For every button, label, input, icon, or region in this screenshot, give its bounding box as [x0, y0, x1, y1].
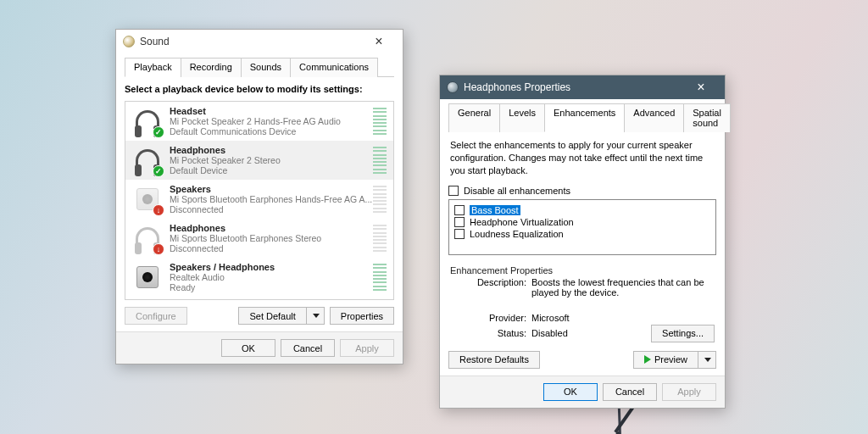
enhancements-list[interactable]: Bass Boost Headphone Virtualization Loud…: [448, 199, 716, 255]
device-sub: Mi Pocket Speaker 2 Stereo: [170, 155, 373, 165]
tab-sounds[interactable]: Sounds: [241, 58, 291, 77]
device-row[interactable]: ✓ Headphones Mi Pocket Speaker 2 Stereo …: [125, 141, 393, 180]
device-row[interactable]: ↓ Headphones Mi Sports Bluetooth Earphon…: [125, 219, 393, 258]
checkbox-icon: [454, 205, 465, 215]
device-sub: Realtek Audio: [170, 272, 373, 282]
tab-spatial-sound[interactable]: Spatial sound: [683, 103, 731, 132]
properties-titlebar[interactable]: Headphones Properties ×: [440, 75, 725, 99]
checkbox-icon: [454, 229, 465, 239]
device-sub: Mi Sports Bluetooth Earphones Stereo: [170, 233, 373, 243]
properties-body: General Levels Enhancements Advanced Spa…: [440, 99, 725, 376]
group-label: Enhancement Properties: [450, 265, 715, 275]
sound-titlebar[interactable]: Sound ×: [116, 30, 403, 53]
properties-footer: OK Cancel Apply: [440, 376, 725, 408]
headset-icon: ✓: [132, 106, 163, 136]
speaker-icon: [132, 262, 163, 292]
description-label: Description:: [469, 277, 531, 298]
enhancement-properties-group: Enhancement Properties Description: Boos…: [448, 265, 716, 342]
enhancement-item[interactable]: Bass Boost: [454, 205, 710, 215]
sound-footer: OK Cancel Apply: [116, 331, 403, 364]
level-meter-icon: [373, 145, 387, 175]
tab-enhancements[interactable]: Enhancements: [544, 103, 625, 132]
level-meter-icon: [373, 223, 387, 253]
checkbox-icon: [454, 217, 465, 227]
device-name: Headphones: [170, 223, 373, 233]
preview-dropdown[interactable]: [698, 351, 716, 369]
tab-levels[interactable]: Levels: [499, 103, 545, 132]
device-status: Default Communications Device: [170, 126, 373, 136]
chevron-down-icon: [313, 314, 320, 318]
preview-button[interactable]: Preview: [633, 351, 698, 369]
status-value: Disabled: [531, 328, 568, 338]
properties-window: Headphones Properties × General Levels E…: [439, 75, 726, 409]
properties-title: Headphones Properties: [464, 81, 684, 93]
enhancements-instruction: Select the enhancements to apply for you…: [450, 139, 715, 177]
enhancement-item[interactable]: Headphone Virtualization: [454, 217, 710, 227]
tab-general[interactable]: General: [448, 103, 500, 132]
device-row[interactable]: Speakers / Headphones Realtek Audio Read…: [125, 258, 393, 297]
device-name: Headset: [170, 106, 373, 116]
enhancement-label: Loudness Equalization: [470, 229, 564, 239]
close-icon[interactable]: ×: [684, 80, 718, 95]
tab-communications[interactable]: Communications: [290, 58, 378, 77]
device-name: Speakers: [170, 184, 373, 194]
level-meter-icon: [373, 262, 387, 292]
set-default-button[interactable]: Set Default: [238, 307, 305, 325]
headphones-icon: ↓: [132, 223, 163, 253]
device-name: Speakers / Headphones: [170, 262, 373, 272]
set-default-dropdown[interactable]: [306, 307, 325, 325]
sound-window: Sound × Playback Recording Sounds Commun…: [115, 29, 403, 364]
level-meter-icon: [373, 106, 387, 136]
settings-button[interactable]: Settings...: [651, 325, 715, 342]
set-default-split-button[interactable]: Set Default: [238, 307, 324, 325]
disable-all-checkbox[interactable]: Disable all enhancements: [448, 186, 716, 196]
status-label: Status:: [469, 328, 531, 338]
cancel-button[interactable]: Cancel: [281, 339, 335, 357]
apply-button[interactable]: Apply: [340, 339, 394, 357]
play-icon: [644, 355, 651, 364]
apply-button[interactable]: Apply: [662, 383, 716, 401]
properties-button[interactable]: Properties: [330, 307, 394, 325]
preview-label: Preview: [654, 354, 687, 364]
tab-advanced[interactable]: Advanced: [624, 103, 684, 132]
headphones-icon: ✓: [132, 145, 163, 175]
ok-button[interactable]: OK: [221, 339, 275, 357]
sound-app-icon: [123, 36, 135, 47]
tab-playback[interactable]: Playback: [125, 58, 181, 77]
device-sub: Mi Sports Bluetooth Earphones Hands-Free…: [170, 194, 373, 204]
sound-title: Sound: [140, 36, 362, 47]
cancel-button[interactable]: Cancel: [603, 383, 657, 401]
close-icon[interactable]: ×: [362, 34, 396, 49]
restore-defaults-button[interactable]: Restore Defaults: [448, 351, 540, 369]
device-name: Headphones: [170, 145, 373, 155]
tab-recording[interactable]: Recording: [181, 58, 242, 77]
speaker-icon: ↓: [132, 184, 163, 214]
device-status: Default Device: [170, 165, 373, 175]
device-status: Ready: [170, 282, 373, 292]
provider-value: Microsoft: [531, 313, 570, 323]
chevron-down-icon: [704, 358, 711, 362]
enhancement-label: Headphone Virtualization: [470, 217, 574, 227]
device-row[interactable]: ↓ Speakers Mi Sports Bluetooth Earphones…: [125, 180, 393, 219]
disable-all-label: Disable all enhancements: [464, 186, 570, 196]
ok-button[interactable]: OK: [543, 383, 598, 401]
playback-device-list[interactable]: ✓ Headset Mi Pocket Speaker 2 Hands-Free…: [125, 101, 394, 300]
device-status: Disconnected: [170, 204, 373, 214]
preview-split-button[interactable]: Preview: [633, 351, 716, 369]
provider-label: Provider:: [469, 313, 531, 323]
configure-button[interactable]: Configure: [125, 307, 187, 325]
level-meter-icon: [373, 184, 387, 214]
enhancement-item[interactable]: Loudness Equalization: [454, 229, 710, 239]
device-status: Disconnected: [170, 243, 373, 253]
device-row[interactable]: ✓ Headset Mi Pocket Speaker 2 Hands-Free…: [125, 102, 393, 141]
headphones-app-icon: [447, 81, 459, 93]
sound-tabs: Playback Recording Sounds Communications: [125, 57, 394, 77]
playback-instruction: Select a playback device below to modify…: [125, 84, 394, 94]
properties-tabs: General Levels Enhancements Advanced Spa…: [448, 103, 716, 132]
enhancement-label: Bass Boost: [470, 205, 520, 215]
sound-body: Playback Recording Sounds Communications…: [116, 53, 403, 331]
device-sub: Mi Pocket Speaker 2 Hands-Free AG Audio: [170, 116, 373, 126]
checkbox-icon: [448, 186, 459, 196]
description-value: Boosts the lowest frequencies that can b…: [531, 277, 715, 298]
